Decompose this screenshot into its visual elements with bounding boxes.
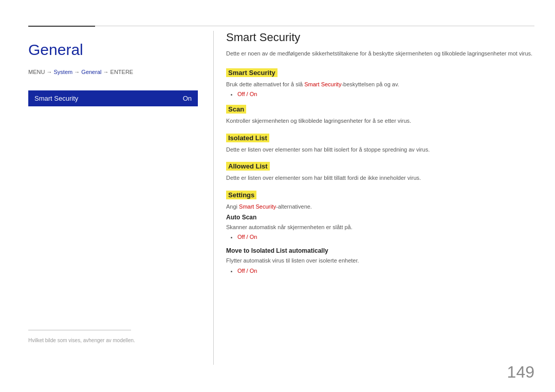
right-panel: Smart Security Dette er noen av de medfø…	[226, 31, 534, 371]
breadcrumb-enter: ENTERE	[110, 69, 134, 75]
breadcrumb-general: General	[81, 69, 101, 75]
vertical-divider	[213, 31, 214, 365]
label-smart-security: Smart Security	[226, 68, 278, 77]
left-bottom-divider	[28, 330, 131, 330]
sub-title-move-isolated: Move to Isolated List automatically	[226, 247, 534, 254]
left-panel: General MENU → System → General → ENTERE…	[28, 31, 198, 371]
sub-title-auto-scan: Auto Scan	[226, 214, 534, 221]
desc-isolated-list: Dette er listen over elementer som har b…	[226, 145, 534, 155]
section-isolated-list: Isolated List Dette er listen over eleme…	[226, 133, 534, 155]
breadcrumb: MENU → System → General → ENTERE	[28, 69, 198, 75]
breadcrumb-arrow1: →	[46, 69, 52, 75]
sub-desc-auto-scan: Skanner automatisk når skjermenheten er …	[226, 223, 534, 232]
page-number: 149	[507, 363, 534, 382]
link-smart-security: Smart Security	[304, 81, 341, 87]
bullets-move-isolated: Off / On	[237, 268, 534, 274]
top-accent-line	[28, 26, 95, 27]
menu-item-label: Smart Security	[34, 95, 78, 102]
label-allowed-list: Allowed List	[226, 162, 270, 171]
section-settings: Settings Angi Smart Security-alternative…	[226, 190, 534, 274]
sub-desc-move-isolated: Flytter automatisk virus til listen over…	[226, 256, 534, 266]
right-main-title: Smart Security	[226, 31, 534, 44]
desc-scan: Kontroller skjermenheten og tilkoblede l…	[226, 117, 534, 126]
top-divider	[28, 26, 534, 26]
label-scan: Scan	[226, 105, 246, 114]
bullets-smart-security: Off / On	[237, 91, 534, 97]
off-on-smart-security: Off / On	[237, 91, 257, 97]
label-settings: Settings	[226, 191, 256, 199]
off-on-move-isolated: Off / On	[237, 268, 257, 274]
breadcrumb-arrow3: →	[103, 69, 109, 75]
off-on-auto-scan: Off / On	[237, 234, 257, 240]
desc-allowed-list: Dette er listen over elementer som har b…	[226, 174, 534, 183]
sub-section-move-isolated: Move to Isolated List automatically Flyt…	[226, 247, 534, 274]
bullets-auto-scan: Off / On	[237, 234, 534, 240]
section-allowed-list: Allowed List Dette er listen over elemen…	[226, 161, 534, 183]
right-intro: Dette er noen av de medfølgende sikkerhe…	[226, 49, 534, 59]
smart-security-menu-item[interactable]: Smart Security On	[28, 90, 198, 106]
breadcrumb-menu: MENU	[28, 69, 45, 75]
menu-item-value: On	[183, 95, 192, 102]
desc-smart-security: Bruk dette alternativet for å slå Smart …	[226, 80, 534, 89]
label-isolated-list: Isolated List	[226, 134, 269, 142]
section-smart-security: Smart Security Bruk dette alternativet f…	[226, 68, 534, 98]
page-title: General	[28, 41, 198, 59]
section-scan: Scan Kontroller skjermenheten og tilkobl…	[226, 104, 534, 126]
link-smart-security-settings: Smart Security	[239, 203, 276, 210]
breadcrumb-arrow2: →	[74, 69, 80, 75]
breadcrumb-system: System	[54, 69, 73, 75]
left-caption: Hvilket bilde som vises, avhenger av mod…	[28, 338, 135, 343]
sub-section-auto-scan: Auto Scan Skanner automatisk når skjerme…	[226, 214, 534, 240]
desc-settings: Angi Smart Security-alternativene.	[226, 202, 534, 212]
